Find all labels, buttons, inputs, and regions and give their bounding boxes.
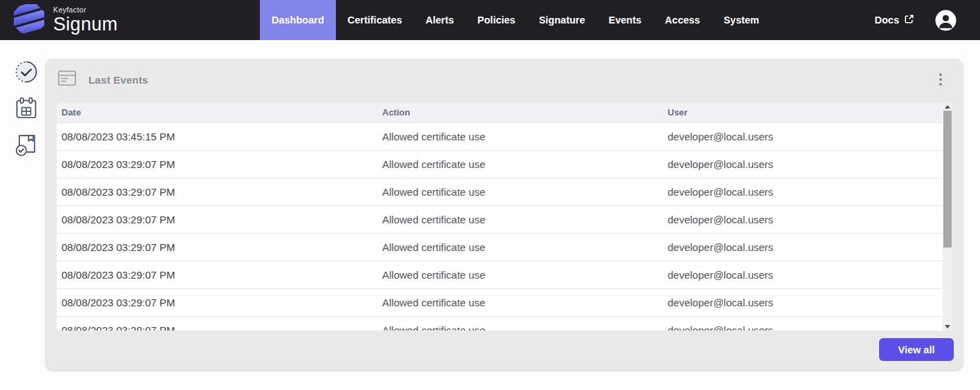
cell-action: Allowed certificate use	[377, 269, 663, 281]
cell-action: Allowed certificate use	[377, 214, 663, 225]
card-header: Last Events	[46, 59, 963, 89]
table-row[interactable]: 08/08/2023 03:29:07 PM Allowed certifica…	[57, 317, 943, 331]
kebab-menu-icon[interactable]	[936, 71, 945, 89]
nav-item-system[interactable]: System	[712, 0, 771, 40]
column-header-user[interactable]: User	[663, 107, 943, 118]
keyfactor-signum-logo-icon	[13, 3, 45, 37]
view-all-button[interactable]: View all	[879, 338, 954, 361]
nav-item-policies[interactable]: Policies	[466, 0, 527, 40]
nav-item-alerts[interactable]: Alerts	[414, 0, 466, 40]
nav-item-certificates[interactable]: Certificates	[336, 0, 414, 40]
cell-action: Allowed certificate use	[377, 186, 663, 198]
events-table: Date Action User 08/08/2023 03:45:15 PM …	[57, 102, 952, 331]
nav-item-events[interactable]: Events	[597, 0, 654, 40]
cell-date: 08/08/2023 03:29:07 PM	[57, 297, 377, 308]
table-row[interactable]: 08/08/2023 03:29:07 PM Allowed certifica…	[57, 178, 943, 206]
user-avatar[interactable]	[935, 10, 957, 31]
nav-right: Docs	[875, 0, 980, 40]
cell-user: developer@local.users	[663, 214, 943, 225]
cell-user: developer@local.users	[663, 324, 943, 331]
cell-user: developer@local.users	[663, 131, 943, 142]
cell-date: 08/08/2023 03:29:07 PM	[57, 186, 377, 198]
scrollbar-thumb[interactable]	[943, 111, 952, 248]
brand-text: Keyfactor Signum	[53, 6, 117, 35]
cell-user: developer@local.users	[663, 186, 943, 198]
cell-user: developer@local.users	[663, 297, 943, 308]
cell-user: developer@local.users	[663, 269, 943, 281]
nav-item-signature[interactable]: Signature	[527, 0, 597, 40]
docs-label: Docs	[875, 15, 899, 26]
table-row[interactable]: 08/08/2023 03:29:07 PM Allowed certifica…	[57, 261, 943, 289]
docs-link[interactable]: Docs	[875, 14, 914, 26]
content-area: Last Events Date Action User 08/08/2023 …	[0, 40, 980, 390]
table-row[interactable]: 08/08/2023 03:29:07 PM Allowed certifica…	[57, 234, 943, 261]
cell-date: 08/08/2023 03:29:07 PM	[57, 324, 377, 331]
table-header-row: Date Action User	[57, 102, 943, 123]
table-row[interactable]: 08/08/2023 03:29:07 PM Allowed certifica…	[57, 151, 943, 178]
cell-date: 08/08/2023 03:29:07 PM	[57, 241, 377, 253]
card-title: Last Events	[88, 74, 148, 86]
cell-action: Allowed certificate use	[377, 131, 663, 142]
top-navbar: Keyfactor Signum Dashboard Certificates …	[0, 0, 980, 40]
calendar-icon[interactable]	[13, 95, 39, 121]
nav-item-dashboard[interactable]: Dashboard	[260, 0, 336, 40]
table-row[interactable]: 08/08/2023 03:45:15 PM Allowed certifica…	[57, 123, 943, 151]
cell-date: 08/08/2023 03:45:15 PM	[57, 131, 377, 142]
cell-date: 08/08/2023 03:29:07 PM	[57, 158, 377, 170]
column-header-action[interactable]: Action	[377, 107, 663, 118]
scrollbar-up-arrow-icon[interactable]	[943, 102, 952, 111]
brand-product: Signum	[53, 15, 117, 34]
nav-item-access[interactable]: Access	[653, 0, 712, 40]
table-row[interactable]: 08/08/2023 03:29:07 PM Allowed certifica…	[57, 289, 943, 317]
cell-date: 08/08/2023 03:29:07 PM	[57, 269, 377, 281]
cell-action: Allowed certificate use	[377, 158, 663, 170]
package-check-icon[interactable]	[13, 131, 39, 157]
main-nav: Dashboard Certificates Alerts Policies S…	[260, 0, 771, 40]
column-header-date[interactable]: Date	[57, 107, 377, 118]
cell-action: Allowed certificate use	[377, 241, 663, 253]
cell-user: developer@local.users	[663, 241, 943, 253]
cell-date: 08/08/2023 03:29:07 PM	[57, 214, 377, 225]
last-events-card: Last Events Date Action User 08/08/2023 …	[46, 59, 963, 370]
progress-check-icon[interactable]	[13, 59, 39, 85]
vertical-scrollbar[interactable]	[943, 102, 952, 331]
cell-action: Allowed certificate use	[377, 297, 663, 308]
table-row[interactable]: 08/08/2023 03:29:07 PM Allowed certifica…	[57, 206, 943, 234]
scrollbar-down-arrow-icon[interactable]	[943, 322, 952, 331]
external-link-icon	[904, 14, 914, 26]
list-window-icon	[58, 71, 76, 89]
brand: Keyfactor Signum	[0, 0, 260, 40]
events-table-body: Date Action User 08/08/2023 03:45:15 PM …	[57, 102, 943, 331]
cell-action: Allowed certificate use	[377, 324, 663, 331]
brand-company: Keyfactor	[53, 6, 117, 14]
cell-user: developer@local.users	[663, 158, 943, 170]
left-icon-rail	[13, 59, 39, 157]
